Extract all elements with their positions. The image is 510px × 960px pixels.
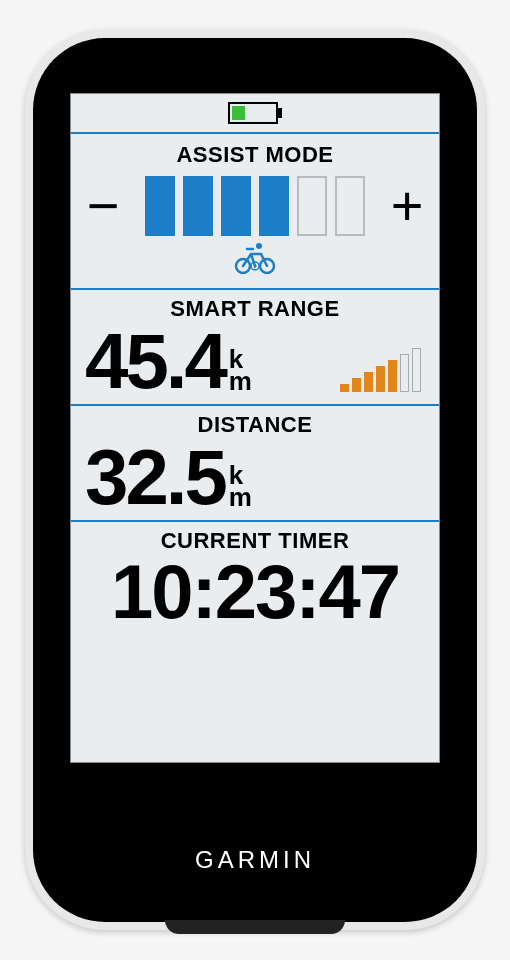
- ebike-icon: [81, 242, 429, 278]
- assist-level-bars: [133, 176, 377, 236]
- distance-unit: k m: [229, 464, 252, 508]
- distance-value: 32.5: [85, 438, 225, 516]
- distance-section: DISTANCE 32.5 k m: [71, 406, 439, 522]
- smart-range-section: SMART RANGE 45.4 k m: [71, 290, 439, 406]
- assist-mode-label: ASSIST MODE: [81, 142, 429, 168]
- mount-tab: [165, 920, 345, 934]
- screen: ASSIST MODE − +: [70, 93, 440, 763]
- signal-icon: [340, 348, 421, 392]
- smart-range-unit: k m: [229, 348, 252, 392]
- assist-mode-section: ASSIST MODE − +: [71, 134, 439, 290]
- timer-section: CURRENT TIMER 10:23:47: [71, 522, 439, 762]
- status-bar: [71, 94, 439, 134]
- svg-point-2: [256, 243, 262, 249]
- assist-decrease-button[interactable]: −: [81, 178, 125, 234]
- smart-range-value: 45.4: [85, 322, 225, 400]
- device-body: ASSIST MODE − +: [33, 38, 477, 922]
- brand-logo: GARMIN: [195, 846, 315, 874]
- device-frame: ASSIST MODE − +: [25, 30, 485, 930]
- timer-value: 10:23:47: [79, 554, 431, 630]
- assist-increase-button[interactable]: +: [385, 178, 429, 234]
- battery-icon: [228, 102, 282, 124]
